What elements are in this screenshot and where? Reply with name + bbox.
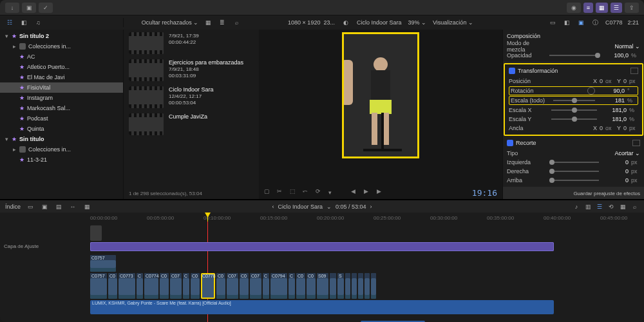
crop-right-slider[interactable] (549, 167, 599, 175)
timeline-clip[interactable]: S (337, 273, 344, 299)
timeline-clip[interactable]: C (183, 273, 189, 299)
crop-toggle[interactable] (507, 140, 513, 146)
share-button[interactable]: ⇪ (625, 3, 639, 13)
clip-view-list-icon[interactable]: ≣ (218, 18, 227, 27)
index-button[interactable]: Índice (5, 204, 21, 210)
prev-frame-button[interactable]: ◀ (351, 188, 360, 197)
browser-clip-row[interactable]: 7/9/21, 17:3900:00:44:22 (124, 30, 259, 57)
timeline-clip[interactable] (345, 273, 350, 299)
browser-clip-row[interactable]: Ciclo Indoor Sara12/4/22, 12:1700:00:53:… (124, 84, 259, 111)
timeline-ruler[interactable]: 00:00:00:0000:05:00:0000:10:00:0000:15:0… (0, 215, 644, 224)
timeline-view-icon[interactable]: ⌕ (630, 202, 639, 211)
opacity-value[interactable]: 100,0 (601, 52, 629, 59)
sidebar-item[interactable]: ★Instagram (0, 93, 123, 103)
pos-x-value[interactable]: 0 (600, 78, 603, 84)
search-icon[interactable]: ⌕ (232, 18, 241, 27)
anchor-y-value[interactable]: 0 (623, 125, 627, 131)
timeline-clip[interactable] (371, 273, 376, 299)
background-tasks-button[interactable]: ✓ (39, 3, 53, 13)
browser-clip-row[interactable]: Cumple JaviZa (124, 111, 259, 138)
sidebar-item[interactable]: ▸Colecciones in... (0, 144, 123, 155)
timeline-clip[interactable]: C0757 (90, 273, 107, 299)
crop-right-value[interactable]: 0 (601, 168, 629, 175)
sidebar-item[interactable]: ★AC (0, 52, 123, 62)
library-tab-icon[interactable]: ☷ (5, 18, 14, 27)
timeline-clip[interactable] (352, 273, 357, 299)
clip-view-grid-icon[interactable]: ▦ (204, 18, 213, 27)
av-output-button[interactable]: ◉ (567, 3, 581, 13)
timeline-clip[interactable]: S09 (317, 273, 328, 299)
crop-tool-icon[interactable]: ✂ (277, 188, 286, 197)
clip-thumbnail[interactable] (129, 86, 164, 108)
timeline-clip[interactable]: C (137, 273, 143, 299)
scale-x-slider[interactable] (551, 106, 597, 114)
crop-left-slider[interactable] (549, 158, 599, 166)
inspector-color-icon[interactable]: ◧ (563, 18, 572, 27)
timeline-clip[interactable]: C (289, 273, 295, 299)
timeline-view-icon[interactable]: ☰ (595, 202, 604, 211)
timeline-clip[interactable]: C07 (250, 273, 261, 299)
timeline-clip[interactable]: C (263, 273, 269, 299)
timeline-tool-icon[interactable]: ▭ (26, 202, 35, 211)
timeline-clip[interactable] (90, 225, 102, 241)
next-frame-button[interactable]: ▶ (377, 188, 386, 197)
sidebar-item[interactable]: ▾★Sin título 2 (0, 31, 123, 41)
timeline-clip[interactable]: C0778 (201, 273, 215, 299)
photos-tab-icon[interactable]: ◧ (19, 18, 28, 27)
transform-tool-icon[interactable]: ▢ (264, 188, 273, 197)
workspace-button-3[interactable]: ☰ (611, 3, 622, 13)
timeline-tool-icon[interactable]: ▣ (40, 202, 49, 211)
workspace-button-1[interactable]: ≡ (583, 3, 593, 13)
rotation-dial[interactable] (587, 87, 595, 95)
clip-thumbnail[interactable] (129, 113, 164, 135)
browser-clip-row[interactable]: Ejercicios para embarazadas7/9/21, 18:48… (124, 57, 259, 84)
opacity-slider[interactable] (549, 52, 599, 59)
viewer-zoom[interactable]: 39% ⌄ (408, 19, 426, 26)
sidebar-item[interactable]: ▾★Sin título (0, 134, 123, 144)
sidebar-item[interactable]: ★11-3-21 (0, 155, 123, 165)
timeline-clip[interactable]: C0794 (270, 273, 287, 299)
reset-button[interactable] (632, 140, 640, 146)
sidebar-item[interactable]: ★Markocash Sal... (0, 103, 123, 113)
filter-menu[interactable]: Ocultar rechazados ⌄ (142, 19, 199, 26)
clip-thumbnail[interactable] (129, 59, 164, 81)
timeline-clip[interactable]: C0 (307, 273, 316, 299)
timeline-clip[interactable]: C07 (227, 273, 238, 299)
sidebar-item[interactable]: ★FisioVital (0, 82, 123, 93)
timeline-clip[interactable]: C0774 (144, 273, 158, 299)
scale-value[interactable]: 181 (598, 97, 625, 104)
view-menu[interactable]: Visualización ⌄ (433, 19, 473, 26)
project-name[interactable]: Ciclo Indoor Sara (278, 204, 323, 210)
chevron-down-icon[interactable]: ▾ (328, 189, 332, 196)
scale-y-value[interactable]: 181,0 (600, 116, 627, 122)
inspector-info-icon[interactable]: ⓘ (591, 18, 600, 27)
primary-storyline[interactable]: C0757C0C0773CC0774C0C07CC0C0778C0C07C0C0… (90, 273, 644, 299)
pos-y-value[interactable]: 0 (623, 78, 627, 84)
chevron-down-icon[interactable]: ⌄ (327, 204, 332, 210)
rotation-value[interactable]: 90,0 (598, 88, 625, 94)
inspector-video-icon[interactable]: ▭ (549, 18, 558, 27)
timeline-clip[interactable]: C0 (160, 273, 169, 299)
sidebar-item[interactable]: ★Quinta (0, 124, 123, 134)
timeline-view-icon[interactable]: ⟲ (607, 202, 616, 211)
timeline-view-icon[interactable]: ♪ (572, 202, 581, 211)
timeline-clip[interactable]: C0 (108, 273, 117, 299)
crop-left-value[interactable]: 0 (601, 159, 629, 166)
inspector-audio-icon[interactable]: ▣ (577, 18, 586, 27)
titles-tab-icon[interactable]: ♫ (33, 18, 43, 27)
gauge-icon[interactable]: ◐ (341, 18, 350, 27)
timeline-view-icon[interactable]: ▦ (618, 202, 627, 211)
sidebar-item[interactable]: ★Atletico Puerto... (0, 62, 123, 72)
viewer-canvas[interactable] (342, 32, 419, 158)
timeline-view-icon[interactable]: ▥ (583, 202, 592, 211)
blend-mode-select[interactable]: Normal ⌄ (613, 43, 640, 50)
workspace-button-2[interactable]: ▦ (596, 3, 608, 13)
sidebar-item[interactable]: ★El Mac de Javi (0, 72, 123, 82)
adjustment-layer-clip[interactable] (90, 242, 554, 251)
timeline-tool-icon[interactable]: ▤ (54, 202, 63, 211)
crop-top-value[interactable]: 0 (601, 177, 629, 184)
sidebar-item[interactable]: ★Podcast (0, 113, 123, 124)
scale-x-value[interactable]: 181,0 (600, 107, 627, 113)
anchor-x-value[interactable]: 0 (600, 125, 603, 131)
timeline-tool-icon[interactable]: ▦ (82, 202, 91, 211)
